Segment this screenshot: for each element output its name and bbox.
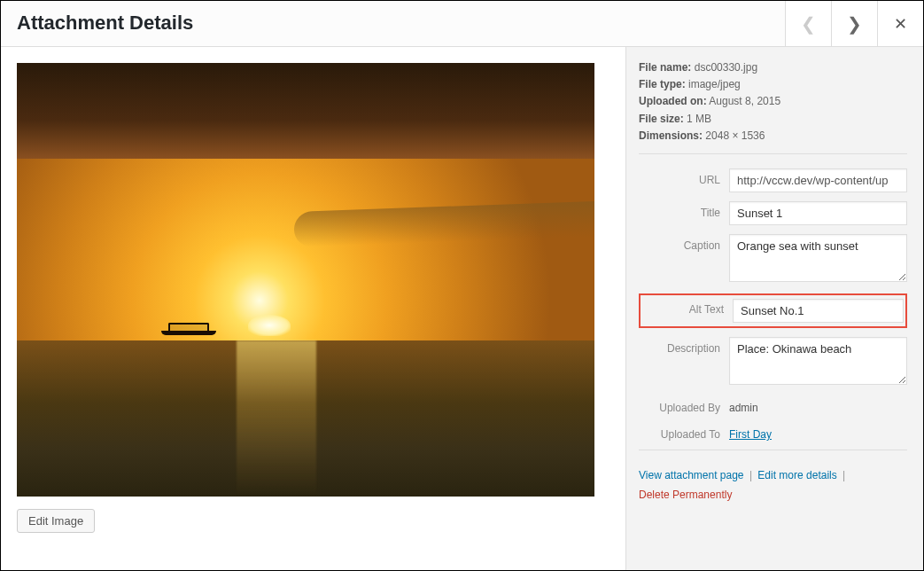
uploaded-on-value: August 8, 2015 [709,95,780,107]
action-links: View attachment page | Edit more details… [639,466,907,505]
modal-title: Attachment Details [1,1,785,46]
view-attachment-page-link[interactable]: View attachment page [639,469,744,481]
dimensions-label: Dimensions: [639,129,703,142]
url-row: URL [639,168,907,192]
file-size-value: 1 MB [687,113,711,125]
uploaded-to-row: Uploaded To First Day [639,423,907,441]
description-textarea[interactable]: Place: Okinawa beach [729,337,907,385]
close-icon: ✕ [894,14,907,34]
title-label: Title [639,201,729,219]
uploaded-by-row: Uploaded By admin [639,396,907,414]
file-type-value: image/jpeg [688,78,741,90]
title-input[interactable] [729,201,907,225]
uploaded-on-label: Uploaded on: [639,95,707,107]
alt-text-row: Alt Text [639,293,907,328]
modal-header: Attachment Details ❮ ❯ ✕ [1,1,923,47]
alt-text-label: Alt Text [642,299,733,316]
alt-text-input[interactable] [733,299,904,323]
delete-permanently-link[interactable]: Delete Permanently [639,489,732,501]
title-row: Title [639,201,907,225]
url-input[interactable] [729,168,907,192]
divider [639,153,907,154]
prev-button: ❮ [785,1,831,46]
file-type-label: File type: [639,78,686,90]
close-button[interactable]: ✕ [877,1,923,46]
file-size-label: File size: [639,113,684,125]
file-meta-block: File name: dsc00330.jpg File type: image… [639,59,907,145]
next-button[interactable]: ❯ [831,1,877,46]
divider [639,450,907,450]
preview-pane: Edit Image [1,47,626,570]
description-row: Description Place: Okinawa beach [639,337,907,387]
uploaded-by-value: admin [729,396,758,414]
separator: | [749,469,752,481]
attachment-details-modal: Attachment Details ❮ ❯ ✕ Edit Image [0,0,924,571]
modal-body: Edit Image File name: dsc00330.jpg File … [1,47,923,570]
edit-image-button[interactable]: Edit Image [17,509,95,533]
dimensions-value: 2048 × 1536 [705,129,765,142]
caption-row: Caption Orange sea with sunset [639,234,907,285]
separator: | [842,469,845,481]
details-pane: File name: dsc00330.jpg File type: image… [626,47,923,570]
description-label: Description [639,337,729,355]
caption-textarea[interactable]: Orange sea with sunset [729,234,907,282]
file-name-value: dsc00330.jpg [695,61,757,74]
uploaded-to-link[interactable]: First Day [729,428,772,441]
uploaded-by-label: Uploaded By [639,396,729,414]
url-label: URL [639,168,729,186]
edit-more-details-link[interactable]: Edit more details [757,469,836,481]
attachment-preview-image [17,63,594,497]
caption-label: Caption [639,234,729,252]
file-name-label: File name: [639,61,691,74]
uploaded-to-label: Uploaded To [639,423,729,441]
chevron-right-icon: ❯ [847,13,862,35]
chevron-left-icon: ❮ [801,13,816,35]
